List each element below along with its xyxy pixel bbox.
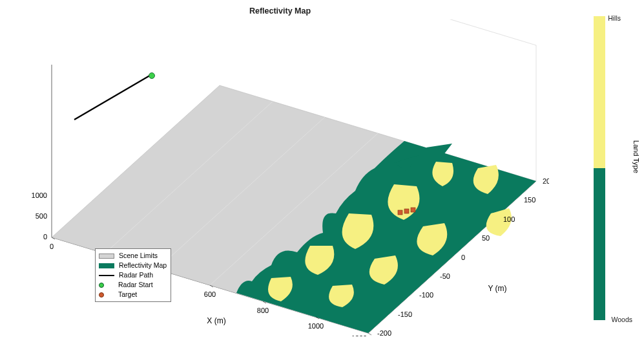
colorbar[interactable]	[594, 16, 605, 320]
svg-rect-13	[404, 209, 409, 213]
x-tick: 800	[257, 307, 269, 314]
colorbar-hills	[594, 16, 605, 168]
legend-entry-radar-path: Radar Path	[99, 270, 167, 280]
colorbar-tick-bot: Woods	[612, 316, 633, 323]
x-tick: 0	[50, 243, 54, 250]
circle-marker-icon	[99, 283, 104, 288]
z-tick: 500	[36, 212, 47, 220]
x-axis-label: X (m)	[207, 316, 225, 325]
y-tick: 200	[543, 177, 549, 185]
svg-line-2	[220, 19, 536, 45]
x-tick: 1200	[351, 334, 367, 336]
svg-point-11	[149, 73, 155, 79]
z-tick: 1000	[32, 191, 47, 199]
svg-line-21	[368, 333, 371, 335]
y-tick: 150	[524, 196, 535, 204]
y-tick: 50	[482, 234, 490, 242]
svg-line-10	[74, 74, 152, 120]
colorbar-woods	[594, 168, 605, 320]
svg-rect-12	[398, 210, 402, 215]
legend-entry-reflectivity: Reflectivity Map	[99, 261, 167, 270]
y-tick: 100	[503, 215, 515, 223]
colorbar-tick-top: Hills	[608, 14, 621, 22]
chart-title: Reflectivity Map	[0, 6, 560, 16]
y-tick: 0	[461, 254, 465, 261]
colorbar-label: Land Type	[632, 140, 640, 173]
x-tick: 600	[204, 290, 216, 298]
z-tick: 0	[43, 233, 47, 241]
y-tick: -100	[419, 291, 433, 299]
y-tick: -50	[440, 272, 450, 280]
y-tick: -150	[398, 310, 412, 318]
x-tick: 1000	[308, 322, 324, 330]
legend-entry-target: Target	[99, 290, 167, 299]
legend-entry-radar-start: Radar Start	[99, 280, 167, 290]
y-axis-label: Y (m)	[488, 284, 506, 293]
legend[interactable]: Scene Limits Reflectivity Map Radar Path…	[95, 248, 171, 302]
y-tick: -200	[377, 329, 391, 336]
circle-marker-icon	[99, 292, 104, 297]
svg-rect-14	[411, 208, 415, 212]
legend-entry-scene-limits: Scene Limits	[99, 251, 167, 261]
